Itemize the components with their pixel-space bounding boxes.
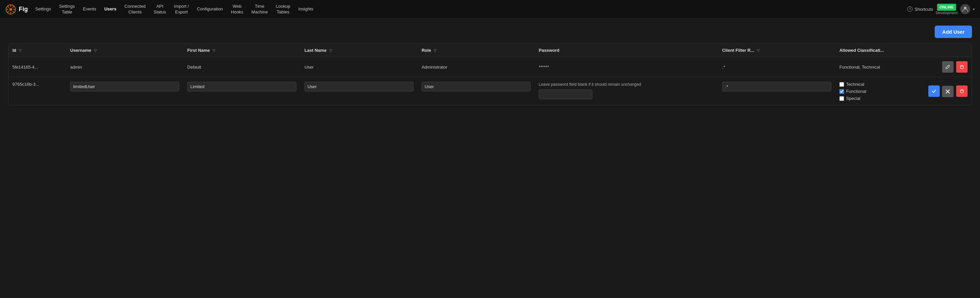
svg-point-1	[10, 8, 12, 11]
clientfilter-input[interactable]	[722, 82, 831, 91]
user-icon	[962, 6, 968, 12]
nav-web-hooks[interactable]: Web Hooks	[228, 2, 247, 17]
trash-icon-2	[959, 89, 964, 93]
classif-functional-label: Functional	[846, 89, 866, 94]
col-first-name: First Name ▽	[183, 44, 301, 57]
col-client-filter: Client Filter R... ▽	[718, 44, 835, 57]
cell-actions-2	[923, 77, 972, 105]
table-row: 5fe14165-4... admin Default User Adminis…	[8, 57, 972, 77]
classif-functional-checkbox[interactable]	[839, 89, 844, 94]
nav-time-machine[interactable]: Time Machine	[248, 2, 271, 17]
logo-area[interactable]: Fig	[5, 4, 28, 15]
env-label: Development	[936, 11, 958, 15]
cancel-edit-button[interactable]	[942, 86, 953, 97]
logo-text: Fig	[19, 6, 28, 13]
avatar[interactable]	[960, 4, 970, 14]
help-icon: ?	[907, 6, 913, 12]
cell-password-2: Leave password field blank if it should …	[535, 77, 718, 105]
shortcuts-link[interactable]: ? Shortcuts	[907, 6, 933, 12]
cell-firstname-1: Default	[183, 57, 301, 77]
table-header: Id ▽ Username ▽ First Name ▽ Last Name ▽	[8, 44, 972, 57]
cell-lastname-2	[301, 77, 417, 105]
times-icon	[946, 90, 950, 93]
add-user-button[interactable]: Add User	[935, 26, 972, 38]
svg-rect-11	[961, 66, 963, 69]
classif-special-checkbox[interactable]	[839, 96, 844, 101]
delete-row-1-button[interactable]	[956, 61, 967, 73]
main-content: Add User Id ▽ Username ▽ First Name ▽	[0, 19, 980, 112]
col-username: Username ▽	[66, 44, 183, 57]
nav-lookup-tables[interactable]: Lookup Tables	[272, 2, 294, 17]
cell-id-2: 9765c16b-3...	[8, 77, 66, 105]
cell-role-2	[417, 77, 535, 105]
delete-row-2-button[interactable]	[956, 85, 967, 97]
cell-username-1: admin	[66, 57, 183, 77]
classif-technical-checkbox[interactable]	[839, 82, 844, 87]
nav-import-export[interactable]: Import / Export	[171, 2, 192, 17]
shortcuts-label: Shortcuts	[915, 7, 933, 12]
classif-technical-item[interactable]: Technical	[839, 82, 919, 87]
nav-events[interactable]: Events	[80, 4, 100, 14]
filter-lastname-icon[interactable]: ▽	[329, 48, 332, 53]
edit-row-1-button[interactable]	[942, 61, 953, 73]
filter-firstname-icon[interactable]: ▽	[212, 48, 215, 53]
cell-username-2	[66, 77, 183, 105]
nav-insights[interactable]: Insights	[295, 4, 317, 14]
classif-special-item[interactable]: Special	[839, 96, 919, 101]
filter-username-icon[interactable]: ▽	[94, 48, 97, 53]
classif-special-label: Special	[846, 96, 861, 101]
col-actions	[923, 44, 972, 57]
firstname-input[interactable]	[187, 82, 296, 91]
col-password: Password	[535, 44, 718, 57]
nav-settings-table[interactable]: Settings Table	[56, 2, 78, 17]
cell-classif-1: Functional, Technical	[835, 57, 923, 77]
cell-lastname-1: User	[301, 57, 417, 77]
password-input[interactable]	[539, 90, 592, 99]
trash-icon	[959, 64, 964, 69]
cell-firstname-2	[183, 77, 301, 105]
nav-configuration[interactable]: Configuration	[194, 4, 226, 14]
classif-functional-item[interactable]: Functional	[839, 89, 919, 94]
avatar-chevron: ▾	[973, 7, 975, 11]
username-input[interactable]	[70, 82, 179, 91]
cell-id-1: 5fe14165-4...	[8, 57, 66, 77]
col-role: Role ▽	[417, 44, 535, 57]
nav-settings[interactable]: Settings	[32, 4, 54, 14]
nav-connected-clients[interactable]: Connected Clients	[121, 2, 149, 17]
col-id: Id ▽	[8, 44, 66, 57]
filter-role-icon[interactable]: ▽	[434, 48, 436, 53]
table-row-editing: 9765c16b-3... Leave password field bl	[8, 77, 972, 105]
col-allowed-classif: Allowed Classificati...	[835, 44, 923, 57]
navbar: Fig Settings Settings Table Events Users…	[0, 0, 980, 19]
classif-technical-label: Technical	[846, 82, 864, 87]
pencil-icon	[945, 64, 950, 69]
nav-right: ? Shortcuts ONLINE Development ▾	[907, 4, 975, 15]
users-table: Id ▽ Username ▽ First Name ▽ Last Name ▽	[8, 44, 972, 105]
col-last-name: Last Name ▽	[301, 44, 417, 57]
cell-clientfilter-2	[718, 77, 835, 105]
cell-classif-2: Technical Functional Special	[835, 77, 923, 105]
lastname-input[interactable]	[304, 82, 414, 91]
status-wrapper: ONLINE Development	[936, 4, 958, 15]
nav-api-status[interactable]: API Status	[150, 2, 170, 17]
check-icon	[932, 89, 936, 93]
confirm-edit-button[interactable]	[928, 85, 940, 97]
toolbar-row: Add User	[8, 26, 972, 38]
users-table-wrap: Id ▽ Username ▽ First Name ▽ Last Name ▽	[8, 43, 972, 105]
table-body: 5fe14165-4... admin Default User Adminis…	[8, 57, 972, 105]
filter-clientfilter-icon[interactable]: ▽	[757, 48, 759, 53]
svg-rect-16	[961, 90, 963, 93]
password-hint: Leave password field blank if it should …	[539, 82, 714, 87]
online-badge: ONLINE	[937, 4, 956, 11]
filter-id-icon[interactable]: ▽	[19, 48, 21, 53]
cell-actions-1	[923, 57, 972, 77]
nav-users[interactable]: Users	[101, 4, 120, 14]
cell-clientfilter-1: .*	[718, 57, 835, 77]
classification-list: Technical Functional Special	[839, 82, 919, 101]
cell-role-1: Administrator	[417, 57, 535, 77]
role-input[interactable]	[422, 82, 531, 91]
cell-password-1: ******	[535, 57, 718, 77]
logo-icon	[5, 4, 16, 15]
